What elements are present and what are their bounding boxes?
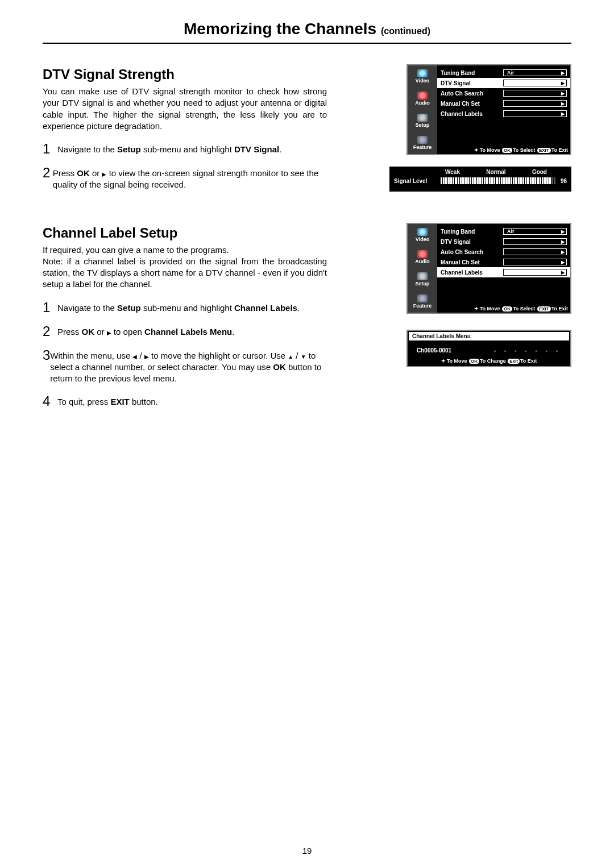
channel-note: Note: if a channel label is provided on … bbox=[43, 256, 327, 290]
exit-pill: EXIT bbox=[537, 148, 551, 153]
osd-footer: To Move OKTo Select EXITTo Exit bbox=[437, 147, 568, 153]
page-title: Memorizing the Channels (continued) bbox=[43, 20, 571, 44]
dtv-intro: You can make use of DTV signal strength … bbox=[43, 86, 327, 132]
dtv-heading: DTV Signal Strength bbox=[43, 67, 327, 82]
signal-level-label: Signal Level bbox=[394, 178, 441, 184]
signal-bars bbox=[441, 177, 555, 184]
right-arrow-icon: ▶ bbox=[561, 81, 565, 86]
right-arrow-icon bbox=[144, 351, 149, 360]
ch-menu-footer: To Move OKTo Change ExitTo Exit bbox=[408, 356, 570, 366]
step-number: 1 bbox=[43, 301, 57, 314]
right-arrow-icon: ▶ bbox=[561, 101, 565, 106]
channel-step-2: 2 Press OK or to open Channel Labels Men… bbox=[43, 325, 327, 338]
signal-panel: Weak Normal Good Signal Level 96 bbox=[389, 167, 571, 192]
up-arrow-icon bbox=[288, 351, 293, 360]
osd-footer: To Move OKTo Select EXITTo Exit bbox=[437, 306, 568, 312]
channel-labels-menu-panel: Channel Labels Menu Ch0005-0001 - - - - … bbox=[406, 330, 571, 367]
video-icon bbox=[417, 69, 428, 77]
osd-sidebar: Video Audio Setup Feature bbox=[408, 65, 437, 154]
move-icon bbox=[474, 147, 480, 153]
signal-value: 96 bbox=[555, 178, 567, 184]
move-icon bbox=[441, 358, 447, 364]
ok-pill: OK bbox=[502, 306, 512, 312]
step-number: 3 bbox=[43, 348, 50, 385]
ch-menu-dashes: - - - - - - - bbox=[494, 347, 561, 354]
step-body: Press OK or to view the on-screen signal… bbox=[53, 166, 327, 191]
label-weak: Weak bbox=[445, 169, 460, 175]
right-arrow-icon: ▶ bbox=[561, 91, 565, 96]
ok-pill: OK bbox=[502, 148, 512, 153]
right-arrow-icon: ▶ bbox=[561, 229, 565, 234]
page-number: 19 bbox=[0, 846, 614, 855]
step-number: 2 bbox=[43, 166, 53, 191]
title-suffix: (continued) bbox=[381, 26, 430, 36]
title-main: Memorizing the Channels bbox=[184, 20, 376, 38]
exit-pill: Exit bbox=[508, 359, 520, 364]
setup-icon bbox=[417, 114, 428, 122]
down-arrow-icon bbox=[301, 351, 306, 360]
label-good: Good bbox=[532, 169, 547, 175]
channel-step-1: 1 Navigate to the Setup sub-menu and hig… bbox=[43, 301, 327, 314]
setup-icon bbox=[417, 272, 428, 280]
exit-pill: EXIT bbox=[537, 306, 551, 312]
ch-menu-channel: Ch0005-0001 bbox=[417, 347, 451, 354]
osd-main: Tuning BandAir▶ DTV Signal▶ Auto Ch Sear… bbox=[437, 224, 570, 313]
right-arrow-icon bbox=[107, 327, 111, 337]
feature-icon bbox=[417, 294, 428, 302]
step-number: 4 bbox=[43, 394, 57, 408]
step-number: 2 bbox=[43, 325, 57, 338]
osd-main: Tuning BandAir▶ DTV Signal▶ Auto Ch Sear… bbox=[437, 65, 570, 154]
channel-step-3: 3 Within the menu, use / to move the hig… bbox=[43, 348, 327, 385]
ok-pill: OK bbox=[469, 359, 479, 364]
right-arrow-icon: ▶ bbox=[561, 111, 565, 117]
audio-icon bbox=[417, 250, 428, 258]
audio-icon bbox=[417, 92, 428, 99]
channel-step-4: 4 To quit, press EXIT button. bbox=[43, 394, 327, 408]
dtv-step-2: 2 Press OK or to view the on-screen sign… bbox=[43, 166, 327, 191]
osd-panel-dtv: Video Audio Setup Feature Tuning BandAir… bbox=[406, 64, 571, 155]
right-arrow-icon: ▶ bbox=[561, 260, 565, 265]
right-arrow-icon: ▶ bbox=[561, 270, 565, 275]
right-arrow-icon: ▶ bbox=[561, 70, 565, 76]
feature-icon bbox=[417, 136, 428, 144]
channel-intro1: If required, you can give a name to the … bbox=[43, 244, 327, 256]
dtv-step-1: 1 Navigate to the Setup sub-menu and hig… bbox=[43, 142, 327, 156]
osd-sidebar: Video Audio Setup Feature bbox=[408, 224, 437, 313]
move-icon bbox=[474, 306, 480, 312]
step-number: 1 bbox=[43, 142, 57, 156]
label-normal: Normal bbox=[486, 169, 505, 175]
ch-menu-title: Channel Labels Menu bbox=[409, 332, 569, 340]
osd-panel-channel: Video Audio Setup Feature Tuning BandAir… bbox=[406, 223, 571, 314]
step-body: Navigate to the Setup sub-menu and highl… bbox=[57, 142, 281, 156]
channel-heading: Channel Label Setup bbox=[43, 225, 327, 241]
right-arrow-icon: ▶ bbox=[561, 239, 565, 244]
video-icon bbox=[417, 228, 428, 236]
right-arrow-icon: ▶ bbox=[561, 250, 565, 255]
